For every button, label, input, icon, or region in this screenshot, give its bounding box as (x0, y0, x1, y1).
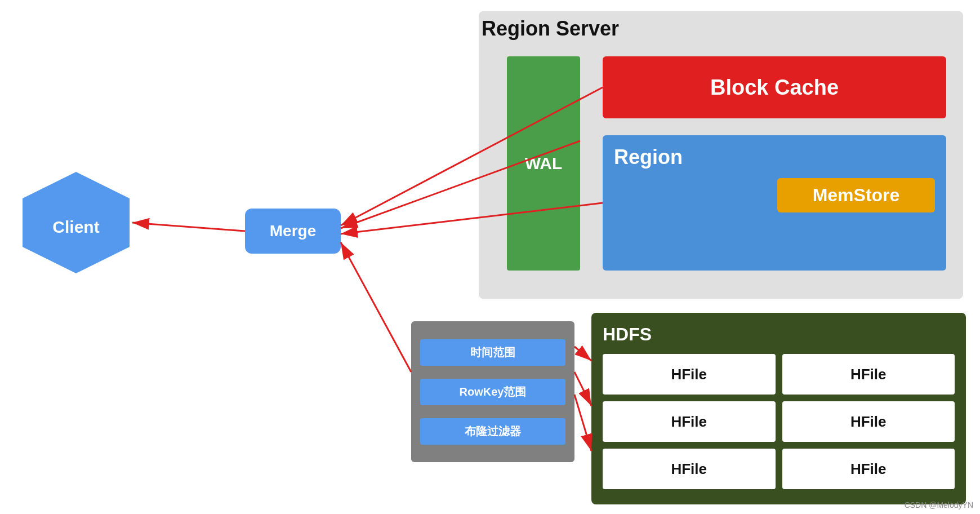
arrow-filter3-to-hfile3 (574, 395, 591, 451)
wal-label: WAL (525, 154, 563, 173)
hdfs-box: HDFS HFile HFile HFile HFile HFile HFile (591, 313, 966, 504)
merge-box: Merge (245, 209, 341, 254)
filter-rowkey: RowKey范围 (420, 379, 565, 405)
hfile-cell-4: HFile (782, 401, 955, 442)
hfile-cell-2: HFile (782, 354, 955, 395)
filter-box: 时间范围 RowKey范围 布隆过滤器 (411, 321, 574, 462)
region-server-title: Region Server (482, 17, 619, 41)
hfile-cell-1: HFile (603, 354, 776, 395)
block-cache-label: Block Cache (710, 76, 839, 100)
merge-label: Merge (270, 222, 316, 240)
block-cache-box: Block Cache (603, 56, 946, 118)
hfile-cell-5: HFile (603, 449, 776, 489)
arrow-filter-to-merge (341, 242, 411, 372)
region-label: Region (614, 145, 935, 169)
hfile-grid: HFile HFile HFile HFile HFile HFile (603, 354, 955, 489)
watermark: CSDN @MelodyYN (905, 500, 973, 509)
client-hex-svg: Client (17, 169, 135, 276)
client-hexagon: Client (17, 169, 135, 276)
filter-bloom: 布隆过滤器 (420, 418, 565, 445)
client-label: Client (52, 218, 99, 236)
memstore-label: MemStore (813, 185, 900, 206)
memstore-box: MemStore (777, 178, 935, 212)
arrow-merge-to-client (132, 223, 245, 231)
region-box: Region MemStore (603, 135, 946, 271)
hdfs-title: HDFS (603, 324, 955, 345)
hfile-cell-3: HFile (603, 401, 776, 442)
hfile-cell-6: HFile (782, 449, 955, 489)
arrow-filter2-to-hfile2 (574, 372, 591, 406)
arrow-filter1-to-hfile1 (574, 347, 591, 361)
wal-bar: WAL (507, 56, 580, 271)
filter-time: 时间范围 (420, 339, 565, 366)
